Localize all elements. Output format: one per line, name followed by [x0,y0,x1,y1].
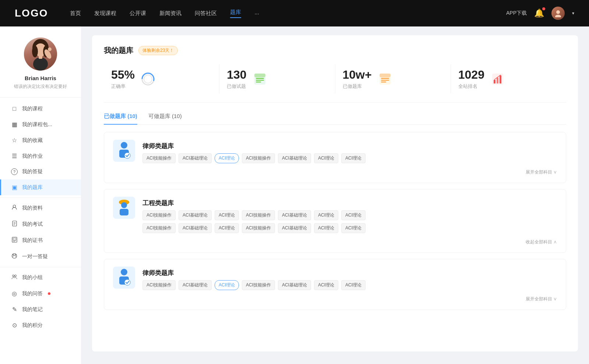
avatar[interactable] [551,7,565,20]
notification-badge [542,7,545,10]
stats-row: 55% 正确率 130 已做试题 [104,64,566,103]
stat-banks-label: 已做题库 [343,83,372,90]
lawyer2-figure-icon [116,268,133,287]
navbar: LOGO 首页 发现课程 公开课 新闻资讯 问答社区 题库 ··· APP下载 … [0,0,589,26]
bank-lawyer-footer: 展开全部科目 ∨ [113,169,557,175]
course-pkg-icon: ▦ [11,121,18,128]
sidebar: Brian Harris 错误的决定比没有决定要好 □ 我的课程 ▦ 我的课程包… [0,26,81,364]
bank-engineer-tags-row2: ACI技能操作 ACI基础理论 ACI理论 ACI技能操作 ACI基础理论 AC… [142,223,557,233]
nav-qa[interactable]: 问答社区 [195,10,217,17]
svg-point-20 [13,254,14,256]
svg-point-27 [144,75,152,83]
bank-tag[interactable]: ACI理论 [314,210,338,220]
sidebar-menu: □ 我的课程 ▦ 我的课程包... ☆ 我的收藏 ☰ 我的作业 ? 我的答疑 ▣… [0,97,81,337]
cert-icon [11,237,18,244]
bank-tag[interactable]: ACI基础理论 [278,210,311,220]
bank-tag[interactable]: ACI基础理论 [179,280,212,290]
main-layout: Brian Harris 错误的决定比没有决定要好 □ 我的课程 ▦ 我的课程包… [0,26,589,364]
nav-home[interactable]: 首页 [70,10,81,17]
bank-lawyer-info: 律师类题库 ACI技能操作 ACI基础理论 ACI理论 ACI技能操作 ACI基… [142,140,366,163]
nav-menu: 首页 发现课程 公开课 新闻资讯 问答社区 题库 ··· [70,9,506,18]
bank-tag[interactable]: ACI技能操作 [242,210,275,220]
bank-tag[interactable]: ACI基础理论 [278,280,311,290]
bank-card-lawyer2: 律师类题库 ACI技能操作 ACI基础理论 ACI理论 ACI技能操作 ACI基… [104,259,566,310]
svg-rect-40 [497,78,498,83]
svg-point-22 [13,275,14,277]
nav-discover[interactable]: 发现课程 [94,10,116,17]
svg-point-21 [15,254,16,256]
chart-red-icon [491,72,504,86]
sidebar-item-label: 我的题库 [22,184,43,191]
bank-tag[interactable]: ACI基础理论 [278,153,311,163]
bank-tag[interactable]: ACI理论 [341,280,366,290]
sidebar-item-points[interactable]: ⊙ 我的积分 [0,317,81,333]
sidebar-item-group[interactable]: 我的小组 [0,270,81,286]
sidebar-item-qanda[interactable]: ◎ 我的问答 [0,286,81,301]
bank-tag[interactable]: ACI技能操作 [242,280,275,290]
svg-rect-7 [39,55,42,59]
bank-tag[interactable]: ACI技能操作 [142,280,176,290]
sidebar-item-profile[interactable]: 我的资料 [0,200,81,216]
bank-tag[interactable]: ACI基础理论 [278,223,311,233]
svg-point-42 [121,142,127,149]
stat-rank-icon [490,72,505,86]
bank-tag[interactable]: ACI技能操作 [142,210,176,220]
bank-engineer-footer: 收起全部科目 ∧ [113,239,557,245]
bank-tag[interactable]: ACI基础理论 [179,210,212,220]
collapse-button[interactable]: 收起全部科目 ∧ [526,239,557,245]
app-download-button[interactable]: APP下载 [506,10,527,17]
svg-point-19 [12,254,17,258]
bank-tag[interactable]: ACI基础理论 [179,153,212,163]
svg-point-23 [15,275,17,277]
svg-point-6 [33,57,48,71]
notes-icon: ✎ [11,306,18,313]
bank-tag[interactable]: ACI技能操作 [142,153,176,163]
pie-chart-icon [141,72,155,86]
user-menu-chevron[interactable]: ▾ [572,11,574,16]
bank-tag-active[interactable]: ACI理论 [215,153,239,163]
svg-point-9 [48,47,52,51]
nav-news[interactable]: 新闻资讯 [159,10,181,17]
sidebar-item-notes[interactable]: ✎ 我的笔记 [0,301,81,317]
bank-tag[interactable]: ACI理论 [341,210,366,220]
bank-lawyer2-tags: ACI技能操作 ACI基础理论 ACI理论 ACI技能操作 ACI基础理论 AC… [142,280,366,290]
tab-available[interactable]: 可做题库 (10) [148,113,182,124]
nav-openclass[interactable]: 公开课 [130,10,146,17]
bank-tag[interactable]: ACI理论 [215,210,239,220]
sidebar-item-course[interactable]: □ 我的课程 [0,101,81,117]
bank-tag[interactable]: ACI理论 [341,153,366,163]
avatar-icon [554,9,562,17]
sidebar-item-cert[interactable]: 我的证书 [0,232,81,249]
sidebar-item-course-pkg[interactable]: ▦ 我的课程包... [0,117,81,132]
expand-button[interactable]: 展开全部科目 ∨ [526,169,557,175]
nav-more[interactable]: ··· [254,10,259,17]
svg-rect-39 [494,80,495,83]
bank-tag-active[interactable]: ACI理论 [215,280,239,290]
bank-tag[interactable]: ACI技能操作 [242,223,275,233]
bank-card-engineer: 工程类题库 ACI技能操作 ACI基础理论 ACI理论 ACI技能操作 ACI基… [104,189,566,253]
points-icon: ⊙ [11,322,18,329]
sidebar-item-tutor[interactable]: 一对一答疑 [0,249,81,265]
nav-bank[interactable]: 题库 [230,9,241,18]
svg-point-4 [32,46,38,57]
expand-button[interactable]: 展开全部科目 ∨ [526,296,557,302]
tab-done[interactable]: 已做题库 (10) [104,113,137,124]
sidebar-item-question-bank[interactable]: ▣ 我的题库 [0,179,81,195]
bank-tag[interactable]: ACI理论 [314,223,338,233]
sidebar-item-qa[interactable]: ? 我的答疑 [0,164,81,179]
bank-tag[interactable]: ACI理论 [314,153,338,163]
bank-tag[interactable]: ACI理论 [341,223,366,233]
svg-point-47 [121,202,127,208]
bank-tag[interactable]: ACI理论 [314,280,338,290]
notification-bell[interactable]: 🔔 [534,8,544,18]
bank-tag[interactable]: ACI理论 [215,223,239,233]
sidebar-item-exam[interactable]: 我的考试 [0,216,81,232]
bank-tag[interactable]: ACI基础理论 [179,223,212,233]
stat-questions-value: 130 [227,68,246,82]
bank-lawyer2-icon [113,267,135,289]
sidebar-item-collect[interactable]: ☆ 我的收藏 [0,132,81,148]
sidebar-item-homework[interactable]: ☰ 我的作业 [0,148,81,164]
stat-rank: 1029 全站排名 [451,64,566,93]
bank-tag[interactable]: ACI技能操作 [142,223,176,233]
bank-tag[interactable]: ACI技能操作 [242,153,275,163]
